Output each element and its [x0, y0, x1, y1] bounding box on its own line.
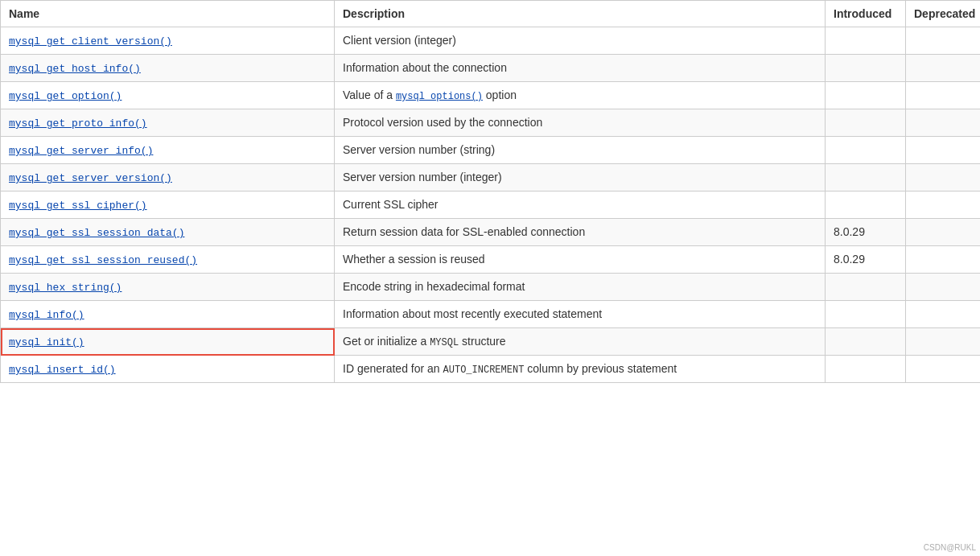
cell-name: mysql_get_client_version() — [1, 27, 335, 55]
cell-description: Whether a session is reused — [335, 246, 826, 274]
cell-description: Client version (integer) — [335, 27, 826, 55]
description-link[interactable]: mysql_options() — [396, 91, 483, 102]
cell-deprecated — [906, 356, 981, 383]
cell-description: ID generated for an AUTO_INCREMENT colum… — [335, 356, 826, 383]
cell-name: mysql_get_host_info() — [1, 55, 335, 82]
cell-description: Information about the connection — [335, 55, 826, 82]
function-link[interactable]: mysql_insert_id() — [9, 364, 116, 376]
cell-name: mysql_get_ssl_session_data() — [1, 219, 335, 246]
table-row: mysql_get_ssl_session_data()Return sessi… — [1, 219, 981, 246]
cell-deprecated — [906, 164, 981, 192]
function-link[interactable]: mysql_get_ssl_session_reused() — [9, 254, 197, 266]
cell-introduced — [826, 192, 906, 219]
cell-deprecated — [906, 192, 981, 219]
main-container: Name Description Introduced Deprecated m… — [0, 0, 980, 383]
cell-description: Get or initialize a MYSQL structure — [335, 328, 826, 356]
cell-name: mysql_hex_string() — [1, 274, 335, 301]
cell-name: mysql_get_ssl_cipher() — [1, 192, 335, 219]
function-link[interactable]: mysql_get_server_info() — [9, 145, 153, 157]
inline-code: AUTO_INCREMENT — [443, 364, 525, 376]
cell-name: mysql_info() — [1, 301, 335, 328]
cell-description: Information about most recently executed… — [335, 301, 826, 328]
cell-deprecated — [906, 109, 981, 137]
cell-introduced — [826, 137, 906, 164]
cell-introduced — [826, 27, 906, 55]
cell-deprecated — [906, 55, 981, 82]
cell-deprecated — [906, 328, 981, 356]
function-link[interactable]: mysql_get_server_version() — [9, 172, 172, 184]
cell-introduced — [826, 82, 906, 109]
table-row: mysql_get_option()Value of a mysql_optio… — [1, 82, 981, 109]
table-row: mysql_get_ssl_cipher()Current SSL cipher — [1, 192, 981, 219]
header-name: Name — [1, 1, 335, 27]
cell-description: Server version number (integer) — [335, 164, 826, 192]
function-link[interactable]: mysql_info() — [9, 309, 84, 321]
function-link[interactable]: mysql_init() — [9, 336, 84, 348]
table-row: mysql_get_ssl_session_reused()Whether a … — [1, 246, 981, 274]
cell-deprecated — [906, 219, 981, 246]
cell-introduced — [826, 55, 906, 82]
cell-introduced — [826, 164, 906, 192]
cell-description: Current SSL cipher — [335, 192, 826, 219]
function-link[interactable]: mysql_get_ssl_session_data() — [9, 227, 184, 239]
cell-description: Protocol version used by the connection — [335, 109, 826, 137]
table-row: mysql_get_client_version()Client version… — [1, 27, 981, 55]
cell-deprecated — [906, 27, 981, 55]
cell-deprecated — [906, 246, 981, 274]
table-row: mysql_get_proto_info()Protocol version u… — [1, 109, 981, 137]
cell-name: mysql_get_proto_info() — [1, 109, 335, 137]
table-row: mysql_init()Get or initialize a MYSQL st… — [1, 328, 981, 356]
cell-name: mysql_insert_id() — [1, 356, 335, 383]
header-introduced: Introduced — [826, 1, 906, 27]
function-link[interactable]: mysql_get_option() — [9, 90, 121, 102]
cell-description: Server version number (string) — [335, 137, 826, 164]
cell-name: mysql_get_server_version() — [1, 164, 335, 192]
header-description: Description — [335, 1, 826, 27]
cell-introduced — [826, 109, 906, 137]
cell-deprecated — [906, 301, 981, 328]
function-link[interactable]: mysql_get_client_version() — [9, 35, 172, 47]
cell-deprecated — [906, 274, 981, 301]
table-header-row: Name Description Introduced Deprecated — [1, 1, 981, 27]
cell-description: Return session data for SSL-enabled conn… — [335, 219, 826, 246]
function-link[interactable]: mysql_get_proto_info() — [9, 117, 147, 130]
cell-description: Encode string in hexadecimal format — [335, 274, 826, 301]
function-link[interactable]: mysql_get_host_info() — [9, 63, 141, 75]
table-row: mysql_get_server_version()Server version… — [1, 164, 981, 192]
cell-introduced — [826, 328, 906, 356]
function-link[interactable]: mysql_get_ssl_cipher() — [9, 200, 147, 212]
header-deprecated: Deprecated — [906, 1, 981, 27]
table-row: mysql_get_server_info()Server version nu… — [1, 137, 981, 164]
cell-introduced — [826, 301, 906, 328]
cell-deprecated — [906, 82, 981, 109]
cell-introduced: 8.0.29 — [826, 246, 906, 274]
cell-introduced — [826, 356, 906, 383]
table-row: mysql_info()Information about most recen… — [1, 301, 981, 328]
cell-name: mysql_get_option() — [1, 82, 335, 109]
cell-description: Value of a mysql_options() option — [335, 82, 826, 109]
table-row: mysql_hex_string()Encode string in hexad… — [1, 274, 981, 301]
function-link[interactable]: mysql_hex_string() — [9, 282, 121, 294]
cell-introduced — [826, 274, 906, 301]
api-table: Name Description Introduced Deprecated m… — [0, 0, 980, 383]
cell-name: mysql_init() — [1, 328, 335, 356]
inline-code: MYSQL — [430, 337, 459, 348]
cell-deprecated — [906, 137, 981, 164]
cell-name: mysql_get_server_info() — [1, 137, 335, 164]
cell-introduced: 8.0.29 — [826, 219, 906, 246]
table-row: mysql_get_host_info()Information about t… — [1, 55, 981, 82]
table-row: mysql_insert_id()ID generated for an AUT… — [1, 356, 981, 383]
cell-name: mysql_get_ssl_session_reused() — [1, 246, 335, 274]
